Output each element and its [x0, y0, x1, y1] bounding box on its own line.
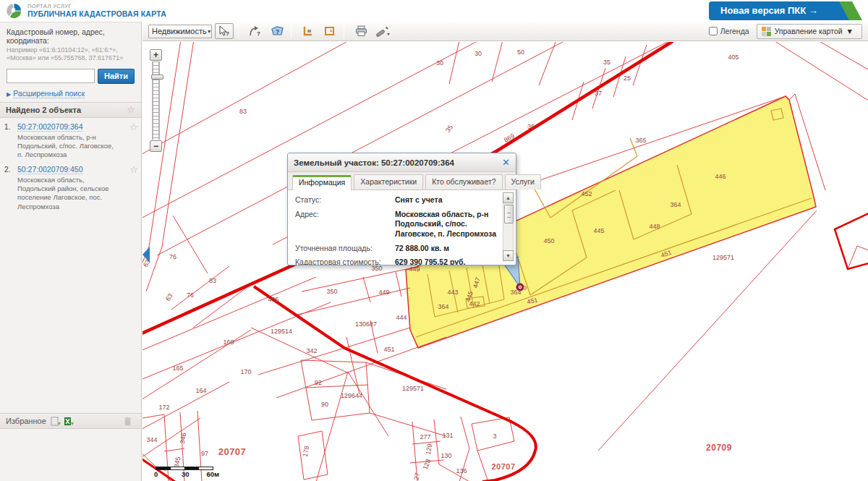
- result-cadastral-link[interactable]: 50:27:0020709:450: [17, 165, 83, 174]
- search-section: Кадастровый номер, адрес, координата: На…: [0, 22, 141, 102]
- legend-toggle[interactable]: Легенда: [709, 27, 749, 35]
- zoom-slider-thumb[interactable]: [151, 75, 163, 80]
- draw-tools-button[interactable]: [373, 23, 392, 39]
- scroll-up-button[interactable]: ▲: [503, 192, 514, 203]
- svg-text:?: ?: [226, 30, 229, 37]
- popup-info-rows: Статус:Снят с учетаАдрес:Московская обла…: [295, 195, 498, 265]
- chevron-down-icon: ▼: [207, 29, 212, 34]
- info-value: 629 390 795.52 руб.: [395, 257, 465, 265]
- map-control-button[interactable]: Управление картой ▼: [757, 24, 862, 39]
- popup-info-row: Адрес:Московская область, р-н Подольский…: [295, 210, 498, 239]
- search-hint: Например «61:6:10104:12», «61:6:*», «Мос…: [7, 46, 131, 63]
- portal-logo-icon: [6, 2, 22, 19]
- toolbar-separator: [291, 24, 292, 38]
- identify-tool-button[interactable]: ?: [215, 23, 234, 39]
- search-button[interactable]: Найти: [98, 69, 135, 84]
- portal-logo[interactable]: ПОРТАЛ УСЛУГ ПУБЛИЧНАЯ КАДАСТРОВАЯ КАРТА: [6, 2, 166, 19]
- scale-end: 60м: [206, 470, 219, 478]
- measure-length-button[interactable]: м: [299, 23, 318, 39]
- trash-icon[interactable]: [122, 417, 133, 426]
- measure-length-icon: м: [302, 25, 315, 37]
- toolbar-separator: [238, 24, 239, 38]
- info-label: Адрес:: [295, 210, 395, 239]
- banner-label: Новая версия ПКК →: [720, 5, 818, 16]
- popup-info-row: Кадастровая стоимость:629 390 795.52 руб…: [295, 257, 498, 265]
- parcel-info-popup: Земельный участок: 50:27:0020709:364 ✕ И…: [287, 153, 516, 265]
- results-header: Найдено 2 объекта ☆: [0, 102, 141, 118]
- scale-bar: 0 30 60м: [156, 467, 213, 478]
- identify-area-button[interactable]: ?: [268, 23, 286, 39]
- result-index: 2.: [4, 165, 17, 211]
- advanced-search-arrow-icon: ▶: [7, 91, 11, 98]
- route-question-icon: ?: [249, 25, 262, 37]
- info-label: Кадастровая стоимость:: [295, 257, 395, 265]
- chevron-down-icon: ▼: [846, 27, 854, 35]
- result-star-icon[interactable]: ☆: [129, 164, 138, 175]
- sidebar-collapse-handle[interactable]: [142, 247, 150, 263]
- map-canvas[interactable]: 3030503540525373635869365834464523644454…: [142, 42, 868, 481]
- zoom-slider-track[interactable]: [152, 61, 160, 140]
- close-icon[interactable]: ✕: [502, 158, 510, 167]
- svg-text:?: ?: [257, 30, 260, 37]
- popup-body: Статус:Снят с учетаАдрес:Московская обла…: [288, 190, 516, 265]
- results-list: 1.50:27:0020709:364Московская область, р…: [0, 118, 141, 211]
- info-value: Снят с учета: [395, 195, 443, 205]
- result-item: 2.50:27:0020709:450Московская область, П…: [4, 165, 138, 211]
- area-question-icon: ?: [271, 25, 284, 37]
- info-label: Статус:: [295, 195, 395, 205]
- popup-tab[interactable]: Информация: [292, 175, 352, 190]
- scroll-track[interactable]: [503, 203, 514, 250]
- popup-tab[interactable]: Услуги: [505, 174, 541, 190]
- popup-tabs: ИнформацияХарактеристикиКто обслуживает?…: [288, 172, 516, 190]
- favorites-label: Избранное: [6, 417, 46, 425]
- result-address: Московская область, р-н Подольский, с/по…: [17, 133, 119, 160]
- result-item: 1.50:27:0020709:364Московская область, р…: [4, 122, 138, 160]
- new-version-banner[interactable]: Новая версия ПКК →: [709, 1, 862, 20]
- legend-label: Легенда: [720, 27, 749, 35]
- scale-start: 0: [154, 470, 158, 478]
- print-button[interactable]: [352, 23, 370, 39]
- scroll-thumb[interactable]: [504, 205, 514, 224]
- top-header: ПОРТАЛ УСЛУГ ПУБЛИЧНАЯ КАДАСТРОВАЯ КАРТА…: [0, 0, 868, 22]
- pencil-icon: [374, 25, 391, 37]
- scroll-down-button[interactable]: ▼: [503, 250, 514, 261]
- printer-icon: [354, 25, 368, 37]
- advanced-search-link[interactable]: ▶Расширенный поиск: [7, 89, 135, 98]
- zoom-in-button[interactable]: +: [150, 49, 162, 61]
- popup-header[interactable]: Земельный участок: 50:27:0020709:364 ✕: [288, 153, 516, 172]
- info-label: Уточненная площадь:: [295, 244, 395, 254]
- search-input[interactable]: [7, 69, 95, 83]
- result-address: Московская область, Подольский район, се…: [17, 176, 119, 211]
- sidebar: Кадастровый номер, адрес, координата: На…: [0, 22, 142, 481]
- result-star-icon[interactable]: ☆: [129, 122, 138, 132]
- export-excel-green-icon[interactable]: [64, 417, 75, 426]
- info-value: 72 888.00 кв. м: [395, 244, 449, 254]
- favorites-bar: Избранное: [0, 413, 141, 429]
- legend-checkbox[interactable]: [709, 27, 718, 35]
- popup-tab[interactable]: Характеристики: [354, 174, 423, 190]
- popup-info-row: Статус:Снят с учета: [295, 195, 498, 205]
- result-index: 1.: [4, 122, 17, 160]
- popup-scrollbar: ▲ ▼: [503, 192, 514, 263]
- results-count: Найдено 2 объекта: [6, 106, 127, 114]
- map-toolbar: Недвижимость▼ ? ? ? м: [142, 22, 868, 41]
- svg-text:м: м: [307, 28, 311, 33]
- identify-route-button[interactable]: ?: [246, 23, 265, 39]
- results-star-icon[interactable]: ☆: [127, 105, 135, 114]
- svg-text:²: ²: [330, 29, 332, 34]
- scale-mid: 30: [182, 470, 190, 478]
- zoom-out-button[interactable]: −: [150, 140, 162, 152]
- logo-line2: ПУБЛИЧНАЯ КАДАСТРОВАЯ КАРТА: [27, 9, 166, 18]
- zoom-control: + −: [150, 49, 163, 152]
- measure-area-button[interactable]: ²: [320, 23, 339, 39]
- identify-cursor-icon: ?: [218, 25, 231, 37]
- export-excel-gray-icon[interactable]: [51, 417, 61, 426]
- search-label: Кадастровый номер, адрес, координата:: [7, 27, 135, 45]
- layers-grid-icon: [762, 27, 771, 36]
- result-cadastral-link[interactable]: 50:27:0020709:364: [17, 122, 83, 132]
- info-value: Московская область, р-н Подольский, с/по…: [395, 210, 498, 239]
- popup-tab[interactable]: Кто обслуживает?: [425, 174, 502, 190]
- layer-select[interactable]: Недвижимость▼: [148, 25, 212, 38]
- logo-line1: ПОРТАЛ УСЛУГ: [27, 3, 166, 9]
- svg-text:?: ?: [276, 28, 279, 35]
